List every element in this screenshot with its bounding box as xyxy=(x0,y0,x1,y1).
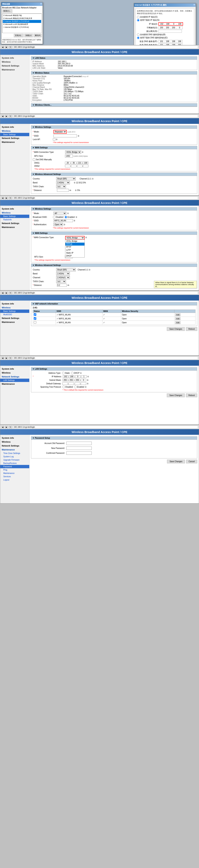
country-select-4[interactable]: Brazil (BR) xyxy=(56,268,76,271)
gateway-field[interactable] xyxy=(159,30,182,32)
dns2-4[interactable] xyxy=(83,165,88,167)
auto-dns-radio[interactable]: 自动获得 DNS 服务器地址(B) xyxy=(137,33,193,36)
auto-ip-radio[interactable]: 自动获得 IP 地址(O) xyxy=(137,16,193,19)
sidebar-wireless-4[interactable]: Wireless xyxy=(0,211,29,215)
refresh-btn-7[interactable]: ↻ xyxy=(9,426,12,429)
sidebar-network-7[interactable]: Network Settings xyxy=(0,444,29,448)
sidebar-system-4[interactable]: System info xyxy=(0,207,29,211)
sidebar-wireless-6[interactable]: Wireless xyxy=(0,371,29,375)
dns1-3[interactable] xyxy=(77,162,83,164)
adapter-item[interactable]: ☑ Microsoft 网络客户端 xyxy=(3,14,41,17)
adns-4[interactable] xyxy=(177,44,182,45)
ip-octet-4[interactable] xyxy=(177,23,183,25)
url-input-2[interactable] xyxy=(13,45,198,49)
sidebar-system-7[interactable]: System info xyxy=(0,436,29,440)
band-select-4[interactable]: 2.4GHz xyxy=(56,272,70,275)
adns-3[interactable] xyxy=(171,44,176,45)
sidebar-network-3[interactable]: Network Settings xyxy=(0,136,29,140)
url-input-4[interactable] xyxy=(13,196,198,199)
ip-dialog-close[interactable]: ✕ xyxy=(193,4,195,6)
lan-gw-3[interactable] xyxy=(75,382,80,385)
sidebar-radioinfo-4[interactable]: RadioInfo xyxy=(0,218,29,221)
sidebar-maintenance-sub-7[interactable]: Maintenance xyxy=(0,471,29,475)
lan-ip-1[interactable] xyxy=(63,375,68,378)
lan-ip-3[interactable] xyxy=(75,375,81,378)
dropdown-option-pptp[interactable]: PPTP xyxy=(65,246,84,248)
dns1-4[interactable] xyxy=(83,162,88,164)
dropdown-option-l2tp[interactable]: L2TP xyxy=(65,248,84,251)
subnet-octet-3[interactable] xyxy=(171,27,176,29)
forward-btn-3[interactable]: ▶ xyxy=(5,115,8,118)
pdns-4[interactable] xyxy=(177,40,182,42)
lan-sub-4[interactable] xyxy=(81,379,86,381)
reboot-btn-5[interactable]: Reboot xyxy=(186,327,197,331)
new-password-input[interactable] xyxy=(66,446,92,450)
window-close[interactable]: ✕ xyxy=(40,3,42,5)
edit-btn-1[interactable]: Edit xyxy=(175,313,181,316)
sidebar-basic-settings-3[interactable]: Basic Settings xyxy=(0,133,29,136)
sidebar-network-6[interactable]: Network Settings xyxy=(0,375,29,379)
manual-ip-radio[interactable]: 使用下面的 IP 地址(S): xyxy=(137,19,193,22)
adns-1[interactable] xyxy=(159,44,164,45)
sidebar-lan-settings-6[interactable]: LAN Settings xyxy=(0,379,29,382)
edit-btn-3[interactable]: Edit xyxy=(175,321,181,324)
mode-select-3[interactable]: Repeater AP xyxy=(53,130,67,134)
country-select-3[interactable]: Brazil (BR) xyxy=(56,177,76,180)
old-password-input[interactable] xyxy=(66,442,92,445)
sidebar-password-7[interactable]: Password xyxy=(0,465,29,468)
wan-type-select-4[interactable]: VDSL Bridge xyxy=(65,236,85,240)
back-btn-7[interactable]: ◀ xyxy=(1,426,4,429)
ssid-input-3[interactable] xyxy=(53,134,77,137)
sidebar-network-settings[interactable]: Network Settings xyxy=(0,64,29,68)
ssid-input-4[interactable] xyxy=(53,219,73,222)
dropdown-option-pppoe[interactable]: PPPoE xyxy=(65,243,84,246)
dropdown-option-vdsl[interactable]: VDSL Bridge xyxy=(65,240,84,243)
back-btn-6[interactable]: ◀ xyxy=(1,357,4,360)
back-btn-4[interactable]: ◀ xyxy=(1,197,4,199)
sidebar-multissid-5[interactable]: MultiSSID xyxy=(0,313,29,316)
sidebar-backup-7[interactable]: BackupRestore xyxy=(0,462,29,465)
sidebar-maintenance-5[interactable]: Maintenance xyxy=(0,320,29,324)
url-input-5[interactable] xyxy=(13,291,198,294)
sidebar-maintenance[interactable]: Maintenance xyxy=(0,68,29,72)
pdns-1[interactable] xyxy=(159,40,164,42)
forward-btn-5[interactable]: ▶ xyxy=(5,291,8,294)
adapter-item[interactable]: ☑ Microsoft 网络的文件和打印机共享 xyxy=(3,17,41,20)
subnet-octet-2[interactable] xyxy=(165,27,170,29)
sidebar-logout-7[interactable]: Logout xyxy=(0,478,29,482)
sidebar-maintenance-4[interactable]: Maintenance xyxy=(0,225,29,229)
back-btn[interactable]: ◀ xyxy=(1,46,4,49)
lan-gw-4[interactable] xyxy=(81,382,86,385)
sidebar-wireless-3[interactable]: Wireless xyxy=(0,129,29,133)
sidebar-network-5[interactable]: Network Settings xyxy=(0,316,29,320)
configure-btn[interactable]: 配置(C)... xyxy=(2,9,12,13)
lan-ip-4[interactable] xyxy=(81,375,87,378)
sidebar-basic-5[interactable]: Basic Settings xyxy=(0,310,29,313)
wan-type-select-3[interactable]: VDSL Bridge xyxy=(65,151,81,154)
url-input-7[interactable] xyxy=(13,426,198,429)
sidebar-system-5[interactable]: System info xyxy=(0,302,29,306)
uninstall-btn[interactable]: 卸载(U) xyxy=(25,34,33,37)
band-select-3[interactable]: 2.4GHz xyxy=(56,181,70,184)
dropdown-option-dhcp[interactable]: DHCP xyxy=(65,254,84,257)
forward-btn-4[interactable]: ▶ xyxy=(5,197,8,199)
sidebar-timezone-7[interactable]: Time Zone Settings xyxy=(0,452,29,455)
save-changes-btn-7[interactable]: Save Changes xyxy=(167,460,185,463)
url-input-6[interactable] xyxy=(13,356,198,360)
channel-select-4[interactable]: 2.4GHz/1 xyxy=(56,276,70,279)
sidebar-maintenance-6[interactable]: Maintenance xyxy=(0,382,29,386)
auth-select-4[interactable]: Open xyxy=(53,223,63,226)
forward-btn-6[interactable]: ▶ xyxy=(5,357,8,360)
pdns-3[interactable] xyxy=(171,40,176,42)
mtu-input-3[interactable] xyxy=(65,155,73,157)
sidebar-system-info[interactable]: System info xyxy=(0,56,29,60)
edit-btn-2[interactable]: Edit xyxy=(175,317,181,320)
txrx-select-4[interactable]: 1x1 xyxy=(56,280,66,283)
refresh-btn-3[interactable]: ↻ xyxy=(9,115,12,118)
distance-input-3[interactable] xyxy=(57,189,69,192)
lan-gw-1[interactable] xyxy=(63,382,68,385)
install-btn[interactable]: 安装(N)... xyxy=(14,34,24,37)
forward-btn[interactable]: ▶ xyxy=(5,46,8,49)
set-dns-checkbox[interactable] xyxy=(33,158,35,161)
sidebar-network-4[interactable]: Network Settings xyxy=(0,221,29,225)
